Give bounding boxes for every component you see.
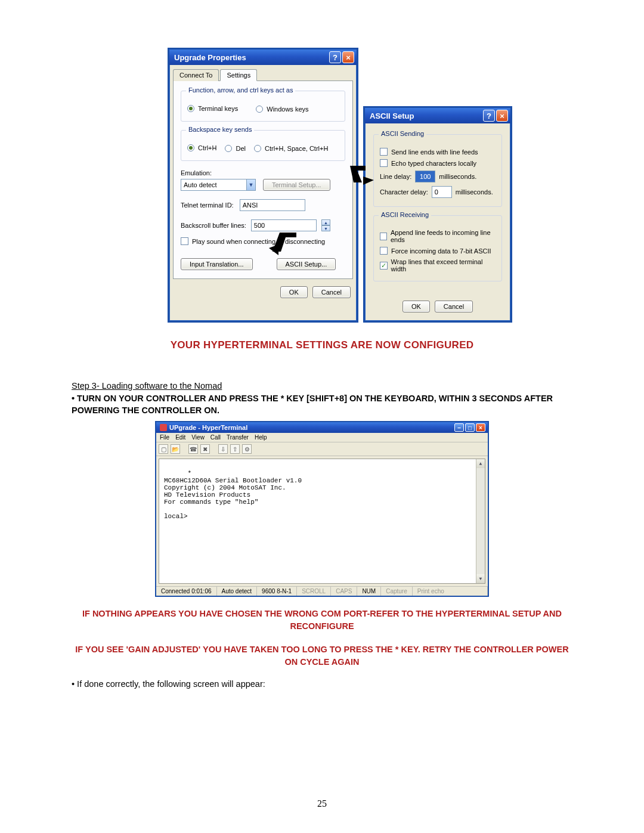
- menu-edit[interactable]: Edit: [175, 434, 185, 441]
- menu-transfer[interactable]: Transfer: [227, 434, 249, 441]
- minimize-icon[interactable]: –: [454, 423, 464, 432]
- status-caps: CAPS: [331, 587, 357, 596]
- hyperterminal-window: UPgrade - HyperTerminal – □ × File Edit …: [155, 421, 489, 597]
- status-num: NUM: [357, 587, 381, 596]
- cancel-button[interactable]: Cancel: [312, 286, 351, 298]
- disconnect-icon[interactable]: ✖: [200, 444, 210, 454]
- status-connected: Connected 0:01:06: [156, 587, 217, 596]
- telnet-terminal-id-input[interactable]: [240, 199, 305, 211]
- properties-icon[interactable]: ⚙: [242, 444, 252, 454]
- receive-icon[interactable]: ⇧: [230, 444, 240, 454]
- input-translation-button[interactable]: Input Translation...: [181, 258, 253, 270]
- chevron-down-icon[interactable]: ▼: [321, 225, 330, 231]
- help-icon[interactable]: ?: [483, 110, 495, 122]
- char-delay-label: Character delay:: [380, 188, 428, 196]
- page-number: 25: [0, 798, 644, 809]
- chevron-down-icon[interactable]: ▼: [246, 179, 256, 191]
- menu-help[interactable]: Help: [255, 434, 267, 441]
- done-correctly-text: • If done correctly, the following scree…: [72, 679, 572, 689]
- emulation-label: Emulation:: [181, 169, 345, 176]
- step3-heading: Step 3- Loading software to the Nomad: [72, 381, 572, 391]
- upgrade-titlebar: Upgrade Properties ? ×: [169, 49, 357, 65]
- group-function-keys-legend: Function, arrow, and ctrl keys act as: [186, 86, 295, 94]
- maximize-icon[interactable]: □: [465, 423, 475, 432]
- play-sound-checkbox[interactable]: Play sound when connecting or disconnect…: [181, 237, 345, 245]
- emulation-select[interactable]: ▼: [181, 179, 256, 191]
- status-detect: Auto detect: [217, 587, 258, 596]
- status-rate: 9600 8-N-1: [257, 587, 297, 596]
- terminal-setup-button[interactable]: Terminal Setup...: [263, 179, 330, 191]
- tab-connect-to[interactable]: Connect To: [173, 69, 219, 81]
- open-icon[interactable]: 📂: [171, 444, 180, 454]
- backscroll-input[interactable]: [251, 219, 317, 231]
- ht-title-text: UPgrade - HyperTerminal: [169, 424, 247, 431]
- close-icon[interactable]: ×: [476, 423, 485, 432]
- status-capture: Capture: [381, 587, 413, 596]
- ht-menubar: File Edit View Call Transfer Help: [156, 433, 488, 442]
- chevron-up-icon[interactable]: ▲: [476, 459, 485, 468]
- ascii-title: ASCII Setup: [370, 112, 414, 120]
- menu-view[interactable]: View: [191, 434, 205, 441]
- ht-statusbar: Connected 0:01:06 Auto detect 9600 8-N-1…: [156, 586, 488, 596]
- warning-gain-adjusted: IF YOU SEE 'GAIN ADJUSTED' YOU HAVE TAKE…: [72, 643, 572, 668]
- upgrade-properties-dialog: Upgrade Properties ? × Connect To Settin…: [168, 48, 358, 323]
- close-icon[interactable]: ×: [342, 51, 354, 63]
- send-line-ends-checkbox[interactable]: Send line ends with line feeds: [380, 148, 496, 156]
- telnet-label: Telnet terminal ID:: [181, 202, 234, 209]
- check-icon: ✓: [381, 262, 386, 269]
- upgrade-title: Upgrade Properties: [174, 53, 246, 62]
- help-icon[interactable]: ?: [329, 51, 341, 63]
- ok-button[interactable]: OK: [280, 286, 308, 298]
- instruction-turn-on: • TURN ON YOUR CONTROLLER AND PRESS THE …: [72, 393, 572, 416]
- close-icon[interactable]: ×: [496, 110, 508, 122]
- ascii-receiving-legend: ASCII Receiving: [379, 211, 431, 218]
- ascii-setup-button[interactable]: ASCII Setup...: [277, 258, 336, 270]
- wrap-lines-checkbox[interactable]: ✓ Wrap lines that exceed terminal width: [380, 258, 496, 272]
- group-backspace-legend: Backspace key sends: [186, 126, 254, 133]
- ascii-titlebar: ASCII Setup ? ×: [365, 108, 510, 123]
- cancel-button[interactable]: Cancel: [435, 301, 473, 312]
- line-delay-label: Line delay:: [380, 173, 411, 180]
- line-delay-input[interactable]: [415, 171, 435, 182]
- radio-ctrl-h-space[interactable]: Ctrl+H, Space, Ctrl+H: [254, 145, 328, 152]
- append-lf-checkbox[interactable]: Append line feeds to incoming line ends: [380, 229, 496, 243]
- send-icon[interactable]: ⇩: [218, 444, 228, 454]
- scrollbar[interactable]: ▲ ▼: [476, 459, 485, 583]
- menu-file[interactable]: File: [160, 434, 169, 441]
- ok-button[interactable]: OK: [402, 301, 430, 312]
- call-icon[interactable]: ☎: [188, 444, 198, 454]
- chevron-up-icon[interactable]: ▲: [321, 219, 330, 225]
- ht-toolbar: ▢ 📂 ☎ ✖ ⇩ ⇧ ⚙: [156, 442, 488, 456]
- menu-call[interactable]: Call: [210, 434, 221, 441]
- char-delay-input[interactable]: [432, 186, 452, 198]
- app-icon: [160, 424, 167, 431]
- radio-del[interactable]: Del: [225, 145, 246, 152]
- ascii-sending-legend: ASCII Sending: [379, 130, 426, 137]
- status-scroll: SCROLL: [297, 587, 331, 596]
- terminal-output: * MC68HC12D60A Serial Bootloader v1.0 Co…: [159, 459, 485, 584]
- backscroll-label: Backscroll buffer lines:: [181, 222, 246, 229]
- radio-ctrl-h[interactable]: Ctrl+H: [187, 144, 216, 152]
- tab-settings[interactable]: Settings: [220, 69, 257, 81]
- ascii-setup-dialog: ASCII Setup ? × ASCII Sending Send line …: [363, 106, 512, 323]
- force-7bit-checkbox[interactable]: Force incoming data to 7-bit ASCII: [380, 247, 496, 255]
- new-icon[interactable]: ▢: [159, 444, 168, 454]
- radio-terminal-keys[interactable]: Terminal keys: [187, 104, 238, 113]
- emulation-value[interactable]: [181, 179, 246, 191]
- headline-configured: YOUR HYPERTERMINAL SETTINGS ARE NOW CONF…: [72, 339, 572, 351]
- backscroll-spinner[interactable]: ▲ ▼: [321, 219, 330, 231]
- ht-titlebar: UPgrade - HyperTerminal – □ ×: [156, 422, 488, 433]
- chevron-down-icon[interactable]: ▼: [476, 574, 485, 583]
- radio-windows-keys[interactable]: Windows keys: [256, 106, 308, 113]
- warning-wrong-com-port: IF NOTHING APPEARS YOU HAVE CHOSEN THE W…: [72, 608, 572, 633]
- echo-local-checkbox[interactable]: Echo typed characters locally: [380, 159, 496, 167]
- status-echo: Print echo: [413, 587, 488, 596]
